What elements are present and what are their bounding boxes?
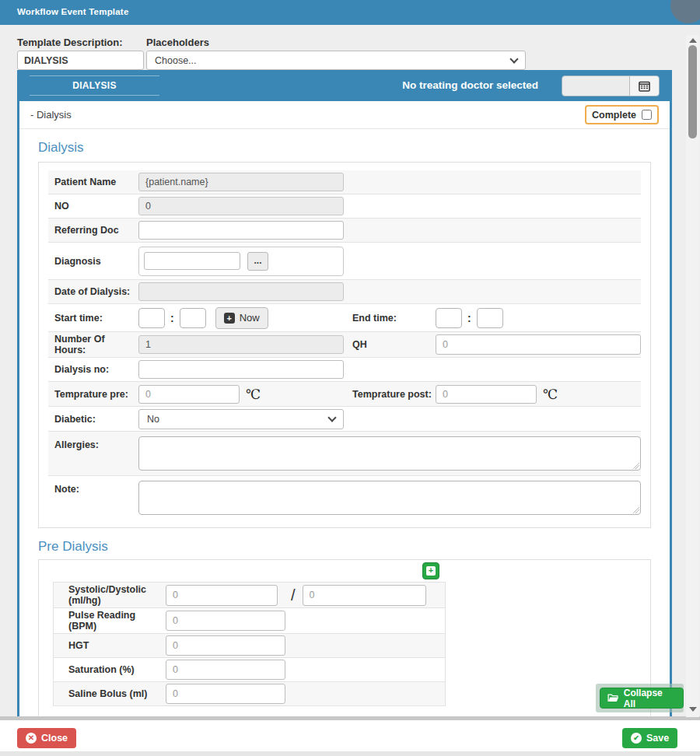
diagnosis-box: ...: [138, 247, 344, 276]
tab-bottom-line: [30, 95, 159, 96]
diagnosis-input[interactable]: [144, 252, 240, 270]
complete-label: Complete: [592, 110, 636, 121]
saline-bolus-label: Saline Bolus (ml): [54, 688, 166, 699]
panel-body: Dialysis Patient Name NO Referring Doc D…: [19, 129, 670, 731]
chevron-down-icon: [327, 413, 336, 422]
celsius-unit: ℃: [543, 387, 558, 402]
pre-dialysis-form-card: + Systolic/Dystolic (ml/hg) / Pulse Read…: [38, 559, 651, 731]
row-hours-qh: Number Of Hours: QH: [48, 332, 641, 358]
now-button[interactable]: + Now: [215, 307, 268, 329]
window-titlebar: Workflow Event Template: [0, 0, 700, 25]
collapse-all-label: Collapse All: [624, 688, 676, 709]
end-minute-input[interactable]: [477, 308, 503, 328]
allergies-label: Allergies:: [48, 433, 138, 450]
systolic-dystolic-label: Systolic/Dystolic (ml/hg): [54, 584, 166, 606]
no-input: [138, 197, 344, 215]
add-reading-button[interactable]: +: [422, 562, 439, 579]
temp-post-input[interactable]: [436, 385, 537, 404]
dystolic-input[interactable]: [303, 585, 426, 606]
row-hgt: HGT: [54, 634, 445, 658]
hgt-input[interactable]: [166, 635, 285, 656]
treating-doctor-status: No treating doctor selected: [402, 70, 538, 101]
diagnosis-browse-button[interactable]: ...: [247, 252, 268, 271]
saturation-input[interactable]: [166, 660, 285, 680]
date-of-dialysis-input: [138, 282, 344, 301]
time-colon: :: [170, 312, 174, 324]
calendar-button[interactable]: [629, 76, 659, 96]
calendar-icon: [639, 80, 650, 92]
tab-top-line: [30, 75, 159, 76]
date-of-dialysis-label: Date of Dialysis:: [48, 286, 138, 297]
start-hour-input[interactable]: [138, 308, 165, 328]
event-date-input[interactable]: [562, 76, 629, 96]
plus-icon: +: [224, 313, 235, 324]
hgt-label: HGT: [54, 640, 166, 651]
save-button[interactable]: ✔ Save: [622, 728, 677, 748]
qh-input[interactable]: [436, 334, 641, 355]
row-saline-bolus: Saline Bolus (ml): [54, 682, 445, 706]
close-button[interactable]: ✕ Close: [17, 728, 76, 748]
no-label: NO: [48, 201, 138, 212]
systolic-input[interactable]: [166, 585, 278, 606]
placeholders-select[interactable]: Choose...: [146, 51, 526, 70]
save-check-icon: ✔: [631, 733, 642, 744]
row-saturation: Saturation (%): [54, 658, 445, 682]
note-textarea[interactable]: [138, 481, 641, 515]
start-minute-input[interactable]: [180, 308, 206, 328]
vertical-scrollbar[interactable]: [686, 35, 699, 717]
dialysis-no-input[interactable]: [138, 360, 344, 379]
scroll-up-icon: [689, 38, 697, 43]
footer-bar: ✕ Close ✔ Save: [0, 720, 700, 751]
qh-label: QH: [352, 339, 436, 350]
complete-toggle[interactable]: Complete: [585, 105, 659, 124]
hours-label: Number Of Hours:: [48, 334, 138, 355]
row-dialysis-no: Dialysis no:: [48, 358, 641, 382]
start-time-label: Start time:: [48, 313, 138, 324]
scroll-down-icon: [689, 707, 697, 712]
placeholders-selected-value: Choose...: [155, 55, 197, 66]
temp-post-label: Temprature post:: [352, 389, 436, 400]
close-button-label: Close: [41, 733, 68, 744]
hours-input: [138, 335, 344, 354]
temp-pre-label: Temprature pre:: [48, 389, 138, 400]
diabetic-selected-value: No: [147, 414, 159, 425]
template-description-input[interactable]: [17, 51, 144, 70]
note-label: Note:: [48, 478, 138, 495]
saturation-label: Saturation (%): [54, 664, 166, 675]
scroll-up-button[interactable]: [686, 35, 699, 46]
collapse-all-overlay: Collapse All: [596, 684, 684, 712]
pulse-reading-input[interactable]: [166, 611, 285, 631]
temp-pre-input[interactable]: [138, 385, 240, 404]
dialysis-section-title: Dialysis: [38, 140, 651, 156]
row-systolic-dystolic: Systolic/Dystolic (ml/hg) /: [54, 583, 445, 608]
diagnosis-label: Diagnosis: [48, 256, 138, 267]
scroll-down-button[interactable]: [686, 704, 699, 715]
row-diabetic: Diabetic: No: [48, 407, 641, 432]
workflow-event-template-window: Workflow Event Template Template Descrip…: [0, 0, 700, 756]
chevron-down-icon: [509, 54, 518, 63]
end-hour-input[interactable]: [436, 308, 462, 328]
scrollbar-thumb[interactable]: [688, 45, 697, 138]
close-icon: ✕: [26, 733, 37, 744]
tab-dialysis[interactable]: DIALYSIS: [30, 70, 159, 101]
row-diagnosis: Diagnosis ...: [48, 243, 641, 280]
dialysis-form-card: Patient Name NO Referring Doc Diagnosis: [38, 162, 651, 528]
diabetic-select[interactable]: No: [138, 409, 344, 429]
row-times: Start time: : + Now End time: :: [48, 304, 641, 332]
saline-bolus-input[interactable]: [166, 684, 285, 704]
allergies-textarea[interactable]: [138, 436, 641, 471]
row-patient-name: Patient Name: [48, 170, 641, 194]
slash-separator: /: [291, 586, 296, 604]
referring-doc-label: Referring Doc: [48, 225, 138, 236]
pre-dialysis-section-title: Pre Dialysis: [38, 539, 651, 555]
complete-checkbox[interactable]: [642, 110, 652, 120]
row-allergies: Allergies:: [48, 432, 641, 476]
row-no: NO: [48, 194, 641, 219]
referring-doc-input[interactable]: [138, 221, 344, 240]
section-collapse-toggle[interactable]: - Dialysis: [30, 109, 72, 121]
now-button-label: Now: [240, 312, 260, 324]
row-referring-doc: Referring Doc: [48, 219, 641, 243]
patient-name-label: Patient Name: [48, 177, 138, 187]
collapse-all-button[interactable]: Collapse All: [600, 688, 684, 709]
diabetic-label: Diabetic:: [48, 414, 138, 425]
